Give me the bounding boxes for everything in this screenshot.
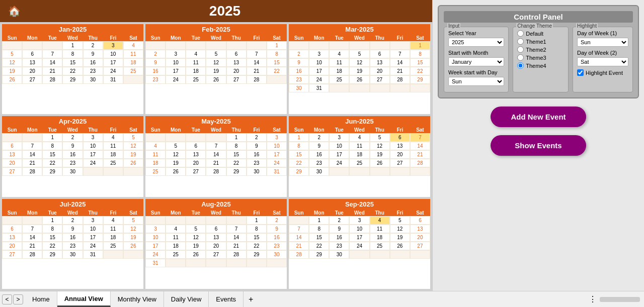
day-cell[interactable]: 21 <box>206 159 226 167</box>
day-cell[interactable]: 30 <box>62 250 83 259</box>
day-cell[interactable]: 4 <box>329 50 349 58</box>
day-cell[interactable]: 20 <box>206 242 226 250</box>
day-cell[interactable]: 20 <box>370 67 390 75</box>
day-cell[interactable]: 6 <box>410 216 430 225</box>
day-cell[interactable]: 3 <box>349 216 369 225</box>
day-cell[interactable]: 29 <box>247 250 267 259</box>
day-cell[interactable]: 16 <box>247 150 267 159</box>
day-cell[interactable]: 9 <box>267 225 287 233</box>
day-cell[interactable]: 3 <box>83 133 103 142</box>
day-cell[interactable]: 5 <box>166 142 186 150</box>
day-cell[interactable]: 25 <box>123 67 143 75</box>
day-cell[interactable]: 24 <box>309 75 329 84</box>
day-cell[interactable]: 10 <box>83 142 103 150</box>
day-cell[interactable]: 24 <box>349 242 369 250</box>
day-cell[interactable]: 24 <box>83 159 103 167</box>
day-cell[interactable]: 8 <box>42 225 62 233</box>
day-cell[interactable]: 9 <box>145 58 166 67</box>
day-cell[interactable]: 23 <box>329 242 349 250</box>
tab-nav-next[interactable]: > <box>13 294 23 304</box>
day-cell[interactable]: 15 <box>247 233 267 242</box>
day-cell[interactable]: 19 <box>2 67 22 75</box>
day-cell[interactable]: 2 <box>329 216 349 225</box>
day-cell[interactable]: 31 <box>83 250 103 259</box>
day-cell[interactable]: 16 <box>329 233 349 242</box>
day-cell[interactable]: 4 <box>103 133 123 142</box>
day-cell[interactable]: 25 <box>186 75 206 84</box>
day-cell[interactable]: 13 <box>206 233 226 242</box>
day-cell[interactable]: 14 <box>410 142 430 150</box>
day-cell[interactable]: 30 <box>267 250 287 259</box>
day-cell[interactable]: 1 <box>289 133 309 142</box>
day-cell[interactable]: 1 <box>309 216 329 225</box>
day-cell[interactable]: 11 <box>103 225 123 233</box>
day-cell[interactable]: 4 <box>123 41 143 50</box>
theme-4[interactable]: Theme4 <box>517 62 564 69</box>
day-cell[interactable]: 25 <box>349 159 369 167</box>
day-cell[interactable]: 13 <box>390 142 410 150</box>
day-cell[interactable]: 4 <box>166 225 186 233</box>
day-cell[interactable]: 5 <box>186 225 206 233</box>
day-cell[interactable]: 16 <box>289 67 309 75</box>
dow2-select[interactable]: SatSunMon <box>577 57 628 66</box>
day-cell[interactable]: 11 <box>145 150 166 159</box>
day-cell[interactable]: 14 <box>42 58 62 67</box>
day-cell[interactable]: 23 <box>267 242 287 250</box>
theme-default[interactable]: Default <box>517 30 564 37</box>
day-cell[interactable]: 12 <box>123 225 143 233</box>
day-cell[interactable]: 26 <box>390 242 410 250</box>
day-cell[interactable]: 17 <box>166 67 186 75</box>
day-cell[interactable]: 21 <box>22 159 42 167</box>
day-cell[interactable]: 27 <box>22 75 42 84</box>
day-cell[interactable]: 28 <box>247 75 267 84</box>
day-cell[interactable]: 19 <box>349 67 369 75</box>
day-cell[interactable]: 15 <box>309 233 329 242</box>
day-cell[interactable]: 19 <box>206 67 226 75</box>
day-cell[interactable]: 25 <box>370 242 390 250</box>
day-cell[interactable]: 11 <box>186 58 206 67</box>
day-cell[interactable]: 11 <box>370 225 390 233</box>
day-cell[interactable]: 31 <box>103 75 123 84</box>
day-cell[interactable]: 17 <box>83 233 103 242</box>
day-cell[interactable]: 6 <box>186 142 206 150</box>
select-year-input[interactable]: 2025 2026 2024 <box>448 38 504 47</box>
day-cell[interactable]: 23 <box>145 75 166 84</box>
day-cell[interactable]: 1 <box>226 133 247 142</box>
day-cell[interactable]: 19 <box>123 150 143 159</box>
tab-home[interactable]: Home <box>25 291 57 307</box>
day-cell[interactable]: 29 <box>410 75 430 84</box>
day-cell[interactable]: 13 <box>22 58 42 67</box>
day-cell[interactable]: 10 <box>349 225 369 233</box>
day-cell[interactable]: 5 <box>123 133 143 142</box>
day-cell[interactable]: 14 <box>390 58 410 67</box>
day-cell[interactable]: 29 <box>62 75 83 84</box>
day-cell[interactable]: 17 <box>103 58 123 67</box>
day-cell[interactable]: 18 <box>329 67 349 75</box>
day-cell[interactable]: 18 <box>123 58 143 67</box>
day-cell[interactable]: 30 <box>329 250 349 259</box>
day-cell[interactable]: 30 <box>247 167 267 176</box>
day-cell[interactable]: 21 <box>390 67 410 75</box>
start-month-input[interactable]: JanuaryFebruaryMarch <box>448 57 504 66</box>
day-cell[interactable]: 15 <box>42 233 62 242</box>
day-cell[interactable]: 27 <box>206 250 226 259</box>
day-cell[interactable]: 3 <box>166 50 186 58</box>
day-cell[interactable]: 9 <box>62 225 83 233</box>
day-cell[interactable]: 17 <box>309 67 329 75</box>
day-cell[interactable]: 12 <box>123 142 143 150</box>
day-cell[interactable]: 24 <box>83 242 103 250</box>
day-cell[interactable]: 5 <box>2 50 22 58</box>
day-cell[interactable]: 7 <box>22 225 42 233</box>
day-cell[interactable]: 28 <box>22 250 42 259</box>
day-cell[interactable]: 5 <box>390 216 410 225</box>
day-cell[interactable]: 28 <box>289 250 309 259</box>
tab-nav-prev[interactable]: < <box>2 294 12 304</box>
day-cell[interactable]: 30 <box>289 84 309 92</box>
day-cell[interactable]: 21 <box>410 150 430 159</box>
day-cell[interactable]: 15 <box>42 150 62 159</box>
day-cell[interactable]: 4 <box>370 216 390 225</box>
day-cell[interactable]: 26 <box>123 242 143 250</box>
day-cell[interactable]: 7 <box>289 225 309 233</box>
week-start-input[interactable]: SunMon <box>448 77 504 86</box>
day-cell[interactable]: 13 <box>186 150 206 159</box>
